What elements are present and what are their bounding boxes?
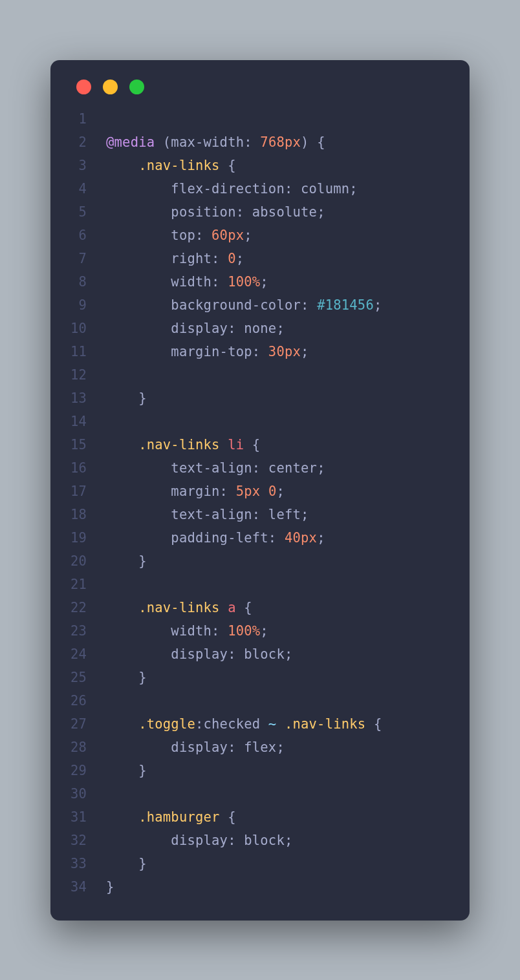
code-line[interactable]: 5 position: absolute; bbox=[50, 200, 470, 224]
line-content[interactable] bbox=[106, 410, 470, 433]
token-default bbox=[236, 600, 244, 615]
line-content[interactable] bbox=[106, 782, 470, 805]
line-content[interactable]: display: none; bbox=[106, 317, 470, 340]
token-default bbox=[276, 716, 285, 732]
token-num: 768 bbox=[260, 134, 285, 150]
token-value: block bbox=[244, 646, 285, 662]
code-line[interactable]: 8 width: 100%; bbox=[50, 270, 470, 293]
code-line[interactable]: 32 display: block; bbox=[50, 829, 470, 852]
token-num: 60 bbox=[211, 228, 228, 243]
line-content[interactable]: display: block; bbox=[106, 829, 470, 852]
code-area[interactable]: 12@media (max-width: 768px) {3 .nav-link… bbox=[50, 107, 470, 899]
token-colon: : bbox=[211, 274, 220, 290]
token-num: 100 bbox=[228, 623, 252, 639]
line-content[interactable]: top: 60px; bbox=[106, 224, 470, 247]
line-number: 20 bbox=[50, 549, 106, 573]
line-number: 33 bbox=[50, 852, 106, 875]
token-default bbox=[106, 553, 138, 569]
code-line[interactable]: 19 padding-left: 40px; bbox=[50, 526, 470, 549]
code-line[interactable]: 31 .hamburger { bbox=[50, 805, 470, 829]
line-content[interactable]: .nav-links a { bbox=[106, 596, 470, 619]
line-content[interactable]: } bbox=[106, 852, 470, 875]
code-line[interactable]: 20 } bbox=[50, 549, 470, 573]
code-line[interactable]: 21 bbox=[50, 573, 470, 596]
token-prop: top bbox=[171, 228, 195, 243]
token-num: 30 bbox=[268, 344, 285, 359]
line-content[interactable]: right: 0; bbox=[106, 247, 470, 270]
code-line[interactable]: 25 } bbox=[50, 666, 470, 689]
line-content[interactable]: background-color: #181456; bbox=[106, 293, 470, 317]
close-icon[interactable] bbox=[76, 80, 91, 94]
code-line[interactable]: 34} bbox=[50, 875, 470, 899]
line-content[interactable] bbox=[106, 573, 470, 596]
code-line[interactable]: 6 top: 60px; bbox=[50, 224, 470, 247]
line-content[interactable]: } bbox=[106, 875, 470, 899]
token-colon: : bbox=[252, 344, 261, 359]
line-number: 31 bbox=[50, 805, 106, 829]
code-line[interactable]: 29 } bbox=[50, 759, 470, 782]
line-content[interactable]: text-align: left; bbox=[106, 503, 470, 526]
line-content[interactable] bbox=[106, 107, 470, 131]
code-line[interactable]: 14 bbox=[50, 410, 470, 433]
line-content[interactable]: padding-left: 40px; bbox=[106, 526, 470, 549]
line-content[interactable]: width: 100%; bbox=[106, 270, 470, 293]
line-content[interactable]: display: flex; bbox=[106, 736, 470, 759]
token-default bbox=[106, 716, 138, 732]
token-colon: : bbox=[301, 297, 309, 313]
line-content[interactable]: .nav-links { bbox=[106, 154, 470, 177]
code-line[interactable]: 9 background-color: #181456; bbox=[50, 293, 470, 317]
token-prop: flex-direction bbox=[171, 181, 285, 197]
code-line[interactable]: 23 width: 100%; bbox=[50, 619, 470, 643]
line-number: 26 bbox=[50, 689, 106, 712]
token-colon: : bbox=[220, 484, 228, 499]
code-line[interactable]: 18 text-align: left; bbox=[50, 503, 470, 526]
code-line[interactable]: 22 .nav-links a { bbox=[50, 596, 470, 619]
code-line[interactable]: 3 .nav-links { bbox=[50, 154, 470, 177]
code-line[interactable]: 12 bbox=[50, 363, 470, 387]
code-line[interactable]: 33 } bbox=[50, 852, 470, 875]
token-class: .nav-links bbox=[138, 437, 219, 453]
maximize-icon[interactable] bbox=[129, 80, 144, 94]
line-content[interactable]: } bbox=[106, 759, 470, 782]
token-unit: % bbox=[252, 274, 261, 290]
code-line[interactable]: 7 right: 0; bbox=[50, 247, 470, 270]
line-content[interactable]: width: 100%; bbox=[106, 619, 470, 643]
code-line[interactable]: 30 bbox=[50, 782, 470, 805]
line-content[interactable]: .hamburger { bbox=[106, 805, 470, 829]
line-content[interactable]: text-align: center; bbox=[106, 456, 470, 480]
line-content[interactable]: } bbox=[106, 387, 470, 410]
line-content[interactable]: margin: 5px 0; bbox=[106, 480, 470, 503]
code-line[interactable]: 10 display: none; bbox=[50, 317, 470, 340]
minimize-icon[interactable] bbox=[103, 80, 118, 94]
token-class: .toggle bbox=[138, 716, 195, 732]
line-content[interactable]: } bbox=[106, 549, 470, 573]
code-line[interactable]: 13 } bbox=[50, 387, 470, 410]
code-line[interactable]: 1 bbox=[50, 107, 470, 131]
token-num: 0 bbox=[228, 251, 236, 266]
code-line[interactable]: 27 .toggle:checked ~ .nav-links { bbox=[50, 712, 470, 736]
line-content[interactable]: } bbox=[106, 666, 470, 689]
line-content[interactable]: .nav-links li { bbox=[106, 433, 470, 456]
code-line[interactable]: 17 margin: 5px 0; bbox=[50, 480, 470, 503]
line-content[interactable] bbox=[106, 363, 470, 387]
token-colon: : bbox=[252, 507, 261, 522]
code-line[interactable]: 26 bbox=[50, 689, 470, 712]
line-content[interactable]: position: absolute; bbox=[106, 200, 470, 224]
line-number: 4 bbox=[50, 177, 106, 200]
line-content[interactable]: margin-top: 30px; bbox=[106, 340, 470, 363]
line-content[interactable]: @media (max-width: 768px) { bbox=[106, 131, 470, 154]
line-content[interactable]: display: block; bbox=[106, 643, 470, 666]
code-line[interactable]: 2@media (max-width: 768px) { bbox=[50, 131, 470, 154]
token-prop: display bbox=[171, 646, 228, 662]
code-line[interactable]: 28 display: flex; bbox=[50, 736, 470, 759]
line-content[interactable] bbox=[106, 689, 470, 712]
line-content[interactable]: .toggle:checked ~ .nav-links { bbox=[106, 712, 470, 736]
code-line[interactable]: 4 flex-direction: column; bbox=[50, 177, 470, 200]
code-line[interactable]: 15 .nav-links li { bbox=[50, 433, 470, 456]
code-line[interactable]: 11 margin-top: 30px; bbox=[50, 340, 470, 363]
code-line[interactable]: 16 text-align: center; bbox=[50, 456, 470, 480]
token-default bbox=[204, 228, 212, 243]
line-content[interactable]: flex-direction: column; bbox=[106, 177, 470, 200]
code-line[interactable]: 24 display: block; bbox=[50, 643, 470, 666]
line-number: 29 bbox=[50, 759, 106, 782]
